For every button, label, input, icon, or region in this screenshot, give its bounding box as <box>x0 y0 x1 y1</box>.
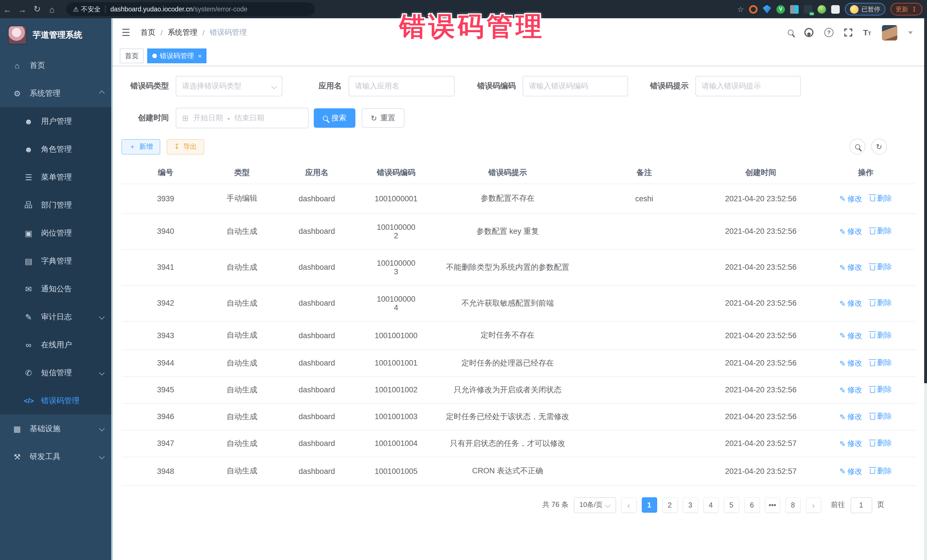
edit-link[interactable]: ✎修改 <box>839 358 862 369</box>
page-button-5[interactable]: 5 <box>723 497 739 513</box>
search-icon[interactable] <box>788 30 793 35</box>
help-icon[interactable]: ? <box>824 28 833 37</box>
sidebar-item-菜单管理[interactable]: ☰菜单管理 <box>0 163 113 191</box>
edit-link[interactable]: ✎修改 <box>839 466 862 477</box>
close-tab-icon[interactable]: × <box>198 52 202 59</box>
edit-link[interactable]: ✎修改 <box>839 385 862 395</box>
next-page-button[interactable]: › <box>806 497 821 513</box>
edit-link[interactable]: ✎修改 <box>839 412 862 422</box>
forward-icon[interactable]: → <box>15 4 30 14</box>
profile-paused-pill[interactable]: 已暂停 <box>845 3 885 15</box>
add-button[interactable]: ＋新增 <box>122 139 160 154</box>
browser-update-button[interactable]: 更新 ⋮ <box>891 3 922 15</box>
page-button-2[interactable]: 2 <box>662 497 678 513</box>
cell-type: 自动生成 <box>210 457 274 485</box>
sidebar-item-label: 字典管理 <box>41 256 72 266</box>
address-bar[interactable]: ⚠ 不安全 dashboard.yudao.iocoder.cn/system/… <box>66 2 315 16</box>
delete-link[interactable]: 删除 <box>870 262 892 272</box>
delete-link[interactable]: 删除 <box>870 411 892 422</box>
edit-link[interactable]: ✎修改 <box>839 194 862 204</box>
edit-link[interactable]: ✎修改 <box>839 226 862 237</box>
delete-link[interactable]: 删除 <box>870 466 892 476</box>
delete-link[interactable]: 删除 <box>870 226 892 236</box>
sidebar-item-审计日志[interactable]: ✎审计日志 <box>0 303 113 331</box>
page-button-6[interactable]: 6 <box>744 497 760 513</box>
error-message-input[interactable]: 请输入错误码提示 <box>695 76 801 96</box>
page-button-4[interactable]: 4 <box>703 497 719 513</box>
toggle-search-button[interactable] <box>849 138 865 155</box>
cell-actions: ✎修改删除 <box>816 430 916 457</box>
extension-icon[interactable] <box>790 5 799 14</box>
sidebar-item-错误码管理[interactable]: </>错误码管理 <box>0 387 113 414</box>
prev-page-button[interactable]: ‹ <box>621 497 636 513</box>
edit-link[interactable]: ✎修改 <box>839 298 862 308</box>
chevron-down-icon <box>99 454 105 459</box>
edit-link[interactable]: ✎修改 <box>839 439 862 449</box>
goto-page-input[interactable] <box>850 497 872 513</box>
sidebar-item-角色管理[interactable]: ☻角色管理 <box>0 135 113 163</box>
font-size-icon[interactable]: TT <box>863 27 871 38</box>
cell-message: 不允许获取敏感配置到前端 <box>433 285 582 321</box>
extension-icon[interactable] <box>763 5 771 14</box>
page-button-8[interactable]: 8 <box>785 497 801 513</box>
sidebar-item-研发工具[interactable]: ⚒研发工具 <box>0 443 113 470</box>
window-scrollbar[interactable] <box>924 18 927 560</box>
delete-link[interactable]: 删除 <box>870 193 892 203</box>
pages-ellipsis[interactable]: ••• <box>765 497 780 513</box>
edit-link[interactable]: ✎修改 <box>839 331 862 341</box>
github-icon[interactable] <box>804 28 813 37</box>
page-button-3[interactable]: 3 <box>682 497 698 513</box>
delete-link[interactable]: 删除 <box>870 358 892 368</box>
app-name-input[interactable]: 请输入应用名 <box>348 76 454 96</box>
extension-icon[interactable] <box>818 5 826 14</box>
bookmark-star-icon[interactable]: ☆ <box>737 5 744 14</box>
tab-error-code[interactable]: 错误码管理 × <box>147 49 207 63</box>
sidebar-item-基础设施[interactable]: ▦基础设施 <box>0 414 113 443</box>
sidebar-collapse-icon[interactable]: ☰ <box>122 27 130 38</box>
delete-link[interactable]: 删除 <box>870 330 892 340</box>
delete-link[interactable]: 删除 <box>870 384 892 395</box>
sidebar-item-通知公告[interactable]: ✉通知公告 <box>0 275 113 303</box>
reset-button[interactable]: ↻ 重置 <box>362 108 404 128</box>
back-icon[interactable]: ← <box>0 4 15 14</box>
search-button[interactable]: 搜索 <box>314 108 356 128</box>
extension-icon[interactable] <box>749 5 758 14</box>
sidebar-item-短信管理[interactable]: ✆短信管理 <box>0 359 113 387</box>
annotation-overlay-text: 错误码管理 <box>399 9 545 44</box>
tab-home[interactable]: 首页 <box>120 49 144 63</box>
trash-icon <box>870 361 875 366</box>
breadcrumb-item[interactable]: 首页 <box>141 27 155 38</box>
extension-icon[interactable]: on <box>804 5 812 14</box>
sidebar-logo[interactable]: 芋道管理系统 <box>0 18 113 51</box>
sidebar-item-岗位管理[interactable]: ▣岗位管理 <box>0 219 113 247</box>
error-code-type-select[interactable]: 请选择错误码类型 <box>176 76 283 96</box>
extension-icon[interactable]: V <box>777 5 785 14</box>
refresh-table-button[interactable]: ↻ <box>871 138 887 155</box>
delete-link[interactable]: 删除 <box>870 438 892 448</box>
chevron-down-icon <box>99 314 105 320</box>
breadcrumb-item[interactable]: 系统管理 <box>168 27 198 38</box>
sidebar-item-用户管理[interactable]: ☻用户管理 <box>0 107 113 135</box>
export-button[interactable]: ↧导出 <box>167 139 204 154</box>
sidebar-item-首页[interactable]: ⌂首页 <box>0 51 113 79</box>
page-button-1[interactable]: 1 <box>641 497 657 513</box>
fullscreen-icon[interactable] <box>844 29 852 36</box>
chevron-down-icon <box>605 502 611 508</box>
sidebar-item-系统管理[interactable]: ⚙系统管理 <box>0 79 113 107</box>
browser-menu-icon[interactable]: ⋮ <box>911 6 917 12</box>
trash-icon <box>870 441 875 446</box>
page-size-select[interactable]: 10条/页 <box>574 497 616 513</box>
sidebar-item-在线用户[interactable]: ∞在线用户 <box>0 331 113 359</box>
home-icon[interactable]: ⌂ <box>44 4 59 14</box>
avatar-dropdown-caret-icon[interactable] <box>908 31 913 34</box>
delete-link[interactable]: 删除 <box>870 298 892 308</box>
sidebar-item-部门管理[interactable]: 品部门管理 <box>0 191 113 219</box>
sidebar-item-字典管理[interactable]: ▤字典管理 <box>0 247 113 275</box>
edit-link[interactable]: ✎修改 <box>839 262 862 273</box>
create-time-range-picker[interactable]: ⊞ 开始日期 - 结束日期 <box>176 108 308 128</box>
user-avatar[interactable] <box>882 25 897 40</box>
extensions-puzzle-icon[interactable] <box>831 5 840 14</box>
reload-icon[interactable]: ↻ <box>30 4 44 14</box>
main-content: 错误码类型 请选择错误码类型 应用名 请输入应用名 错误码编码 请输入错误码编码… <box>113 67 924 560</box>
error-code-input[interactable]: 请输入错误码编码 <box>523 76 628 96</box>
